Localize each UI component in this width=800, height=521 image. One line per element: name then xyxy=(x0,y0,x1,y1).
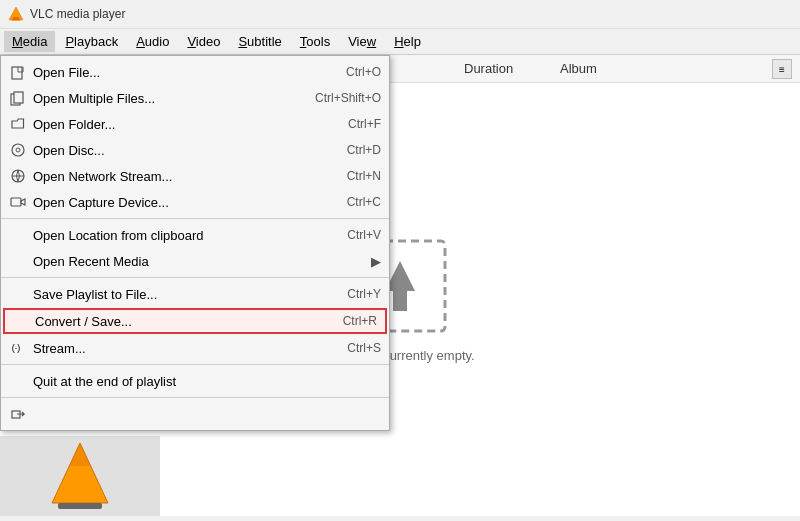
open-disc-icon xyxy=(9,141,27,159)
open-capture-icon xyxy=(9,193,27,211)
main-content: Duration Album ≡ Playlist is currently e… xyxy=(0,55,800,516)
quit-icon xyxy=(9,405,27,423)
stream-icon: (·) xyxy=(7,339,25,357)
menu-separator-2 xyxy=(1,277,389,278)
playlist-view-toggle[interactable]: ≡ xyxy=(772,59,792,79)
menu-item-open-capture[interactable]: Open Capture Device... Ctrl+C xyxy=(1,189,389,215)
menu-separator-4 xyxy=(1,397,389,398)
svg-rect-5 xyxy=(12,67,22,79)
svg-rect-2 xyxy=(12,19,20,21)
menu-item-open-recent[interactable]: Open Recent Media ▶ xyxy=(1,248,389,274)
menu-audio[interactable]: Audio xyxy=(128,31,177,52)
menu-item-open-folder[interactable]: Open Folder... Ctrl+F xyxy=(1,111,389,137)
app-title: VLC media player xyxy=(30,7,125,21)
menu-item-open-clipboard[interactable]: Open Location from clipboard Ctrl+V xyxy=(1,222,389,248)
open-network-icon xyxy=(9,167,27,185)
svg-marker-13 xyxy=(21,199,25,205)
submenu-arrow-icon: ▶ xyxy=(371,254,381,269)
open-file-icon xyxy=(9,63,27,81)
menu-media[interactable]: MMediaedia xyxy=(4,31,55,52)
menu-item-quit-end[interactable]: Quit at the end of playlist xyxy=(1,368,389,394)
menu-separator-3 xyxy=(1,364,389,365)
menu-tools[interactable]: Tools xyxy=(292,31,338,52)
svg-rect-7 xyxy=(14,92,23,103)
menu-bar: MMediaedia Playback Audio Video Subtitle… xyxy=(0,29,800,55)
svg-marker-16 xyxy=(70,443,90,466)
menu-help[interactable]: Help xyxy=(386,31,429,52)
menu-item-convert-save[interactable]: Convert / Save... Ctrl+R xyxy=(3,308,387,334)
svg-point-8 xyxy=(12,144,24,156)
menu-item-save-playlist[interactable]: Save Playlist to File... Ctrl+Y xyxy=(1,281,389,307)
menu-item-stream[interactable]: (·) Stream... Ctrl+S xyxy=(1,335,389,361)
open-multiple-icon xyxy=(9,89,27,107)
menu-playback[interactable]: Playback xyxy=(57,31,126,52)
media-dropdown-menu: Open File... Ctrl+O Open Multiple Files.… xyxy=(0,55,390,431)
vlc-thumbnail xyxy=(0,436,160,516)
menu-video[interactable]: Video xyxy=(179,31,228,52)
menu-separator-1 xyxy=(1,218,389,219)
svg-rect-1 xyxy=(13,17,19,19)
menu-subtitle[interactable]: Subtitle xyxy=(230,31,289,52)
vlc-cone-icon xyxy=(50,441,110,511)
vlc-app-icon xyxy=(8,6,24,22)
menu-item-open-disc[interactable]: Open Disc... Ctrl+D xyxy=(1,137,389,163)
playlist-col-album: Album xyxy=(560,61,597,76)
menu-view[interactable]: View xyxy=(340,31,384,52)
title-bar: VLC media player xyxy=(0,0,800,29)
menu-item-open-multiple[interactable]: Open Multiple Files... Ctrl+Shift+O xyxy=(1,85,389,111)
open-folder-icon xyxy=(9,115,27,133)
svg-rect-17 xyxy=(58,503,102,509)
svg-point-9 xyxy=(16,148,20,152)
playlist-col-duration: Duration xyxy=(464,61,513,76)
menu-item-open-file[interactable]: Open File... Ctrl+O xyxy=(1,59,389,85)
menu-item-quit[interactable] xyxy=(1,401,389,427)
svg-rect-12 xyxy=(11,198,21,206)
menu-item-open-network[interactable]: Open Network Stream... Ctrl+N xyxy=(1,163,389,189)
